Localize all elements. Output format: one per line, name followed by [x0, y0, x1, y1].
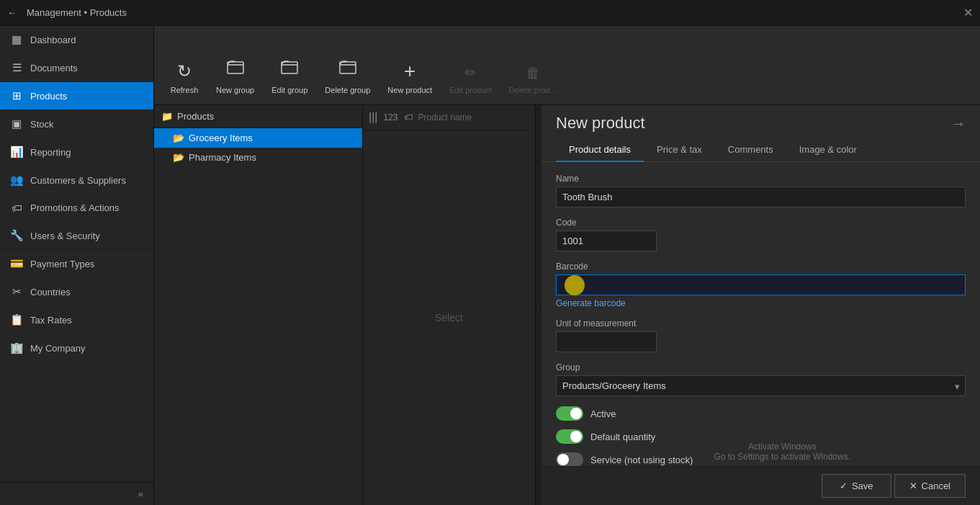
sidebar-label-payment: Payment Types	[30, 259, 94, 269]
sidebar-item-stock[interactable]: ▣ Stock	[0, 110, 153, 138]
sidebar-label-promotions: Promotions & Actions	[30, 202, 120, 213]
generate-barcode-link[interactable]: Generate barcode	[556, 298, 626, 308]
resize-handle[interactable]: ⋮	[536, 105, 541, 505]
tree-root-icon: 📁	[161, 111, 173, 122]
sidebar-item-customers[interactable]: 👥 Customers & Suppliers	[0, 166, 153, 195]
sidebar-item-countries[interactable]: ✂ Countries	[0, 278, 153, 306]
active-toggle-row: Active	[556, 406, 966, 421]
toolbar-delete-group-label: Delete group	[325, 86, 370, 94]
products-icon: ⊞	[10, 89, 23, 102]
tab-product-details[interactable]: Product details	[556, 138, 644, 162]
sidebar-item-reporting[interactable]: 📊 Reporting	[0, 138, 153, 166]
sidebar-item-promotions[interactable]: 🏷 Promotions & Actions	[0, 195, 153, 222]
barcode-label: Barcode	[556, 262, 966, 272]
default-qty-toggle[interactable]	[556, 429, 583, 444]
app-title: Management • Products	[27, 7, 127, 18]
toolbar-edit-group-button[interactable]: Edit group	[264, 51, 315, 100]
sidebar-item-taxrates[interactable]: 📋 Tax Rates	[0, 306, 153, 334]
sidebar-label-customers: Customers & Suppliers	[30, 175, 126, 186]
dashboard-icon: ▦	[10, 33, 23, 46]
svg-rect-1	[282, 62, 297, 73]
active-label: Active	[590, 408, 616, 419]
cancel-label: Cancel	[922, 481, 950, 491]
toolbar: ↻ Refresh New group Edit group Delete g	[154, 26, 980, 105]
sidebar-item-products[interactable]: ⊞ Products	[0, 82, 153, 110]
service-toggle[interactable]	[556, 452, 583, 466]
back-icon[interactable]: ←	[7, 7, 17, 18]
barcode-cursor-indicator	[565, 275, 585, 295]
sidebar-label-company: My Company	[30, 343, 86, 354]
active-toggle[interactable]	[556, 406, 583, 421]
refresh-icon: ↻	[177, 61, 192, 81]
form-nav-button[interactable]: →	[951, 115, 966, 132]
delete-group-icon	[338, 57, 358, 81]
form-header: New product →	[541, 105, 980, 138]
group-select[interactable]: Products/Groceery Items Products/Pharmac…	[556, 375, 966, 396]
toolbar-delete-group-button[interactable]: Delete group	[318, 51, 377, 100]
barcode-input[interactable]	[556, 274, 966, 295]
code-field-group: Code	[556, 218, 966, 251]
sidebar-label-dashboard: Dashboard	[30, 35, 76, 45]
tab-comments[interactable]: Comments	[715, 138, 786, 162]
product-list-empty: Select	[363, 130, 535, 505]
cancel-button[interactable]: ✕ Cancel	[894, 474, 966, 498]
tree-folder-icon-pharmacy: 📂	[173, 152, 184, 163]
toolbar-new-group-label: New group	[216, 86, 254, 94]
app-layout: ▦ Dashboard ☰ Documents ⊞ Products ▣ Sto…	[0, 26, 980, 505]
default-qty-label: Default quantity	[590, 432, 655, 442]
payment-icon: 💳	[10, 257, 23, 270]
toolbar-delete-product-button[interactable]: 🗑 Delete prod...	[502, 59, 564, 100]
group-field-group: Group Products/Groceery Items Products/P…	[556, 362, 966, 396]
tag-col-icon: 🏷	[404, 112, 413, 122]
tab-price-tax[interactable]: Price & tax	[644, 138, 715, 162]
save-button[interactable]: ✓ Save	[822, 474, 891, 498]
toolbar-delete-product-label: Delete prod...	[509, 86, 557, 94]
toolbar-new-group-button[interactable]: New group	[209, 51, 261, 100]
tree-root-label: Products	[177, 111, 214, 122]
group-label: Group	[556, 362, 966, 372]
form-panel: New product → Product details Price & ta…	[541, 105, 980, 505]
toolbar-refresh-label: Refresh	[171, 86, 199, 94]
sidebar-item-dashboard[interactable]: ▦ Dashboard	[0, 26, 153, 54]
sidebar-label-users: Users & Security	[30, 231, 100, 241]
toolbar-refresh-button[interactable]: ↻ Refresh	[163, 55, 206, 100]
barcode-field-group: Barcode Generate barcode	[556, 262, 966, 308]
barcode-wrapper	[556, 274, 966, 295]
save-label: Save	[852, 481, 873, 491]
name-field-group: Name	[556, 174, 966, 207]
svg-rect-0	[228, 62, 243, 73]
sidebar-label-taxrates: Tax Rates	[30, 315, 72, 326]
promotions-icon: 🏷	[10, 202, 23, 214]
form-title: New product	[556, 114, 645, 133]
delete-product-icon: 🗑	[526, 65, 540, 81]
group-select-wrapper: Products/Groceery Items Products/Pharmac…	[556, 375, 966, 396]
barcode-col-icon: |||	[369, 111, 377, 124]
name-input[interactable]	[556, 187, 966, 207]
company-icon: 🏢	[10, 341, 23, 354]
customers-icon: 👥	[10, 174, 23, 187]
sidebar-bottom: «	[0, 482, 153, 505]
collapse-icon: «	[138, 488, 143, 499]
tab-image-color[interactable]: Image & color	[786, 138, 870, 162]
service-toggle-row: Service (not using stock)	[556, 452, 966, 466]
toolbar-new-product-button[interactable]: + New product	[380, 55, 439, 100]
form-tabs: Product details Price & tax Comments Ima…	[541, 138, 980, 162]
default-qty-toggle-row: Default quantity	[556, 429, 966, 444]
code-input[interactable]	[556, 231, 657, 251]
sidebar-item-payment[interactable]: 💳 Payment Types	[0, 250, 153, 278]
reporting-icon: 📊	[10, 146, 23, 158]
tree-item-grocery[interactable]: 📂 Groceery Items	[154, 128, 362, 148]
tree-item-pharmacy[interactable]: 📂 Pharmacy Items	[154, 148, 362, 167]
sidebar-item-users[interactable]: 🔧 Users & Security	[0, 222, 153, 250]
sidebar-label-reporting: Reporting	[30, 147, 71, 158]
sidebar-item-company[interactable]: 🏢 My Company	[0, 334, 153, 362]
close-button[interactable]: ✕	[963, 6, 973, 19]
tree-folder-icon-grocery: 📂	[173, 133, 184, 143]
new-product-icon: +	[404, 61, 415, 81]
form-body: Name Code Barcode Generate barcode	[541, 162, 980, 466]
sidebar-item-documents[interactable]: ☰ Documents	[0, 54, 153, 82]
toolbar-edit-product-button[interactable]: ✏ Edit product	[442, 58, 499, 100]
product-name-col-placeholder: Product name	[418, 112, 472, 122]
sidebar-collapse-button[interactable]: «	[0, 483, 153, 505]
uom-input[interactable]	[556, 331, 657, 352]
